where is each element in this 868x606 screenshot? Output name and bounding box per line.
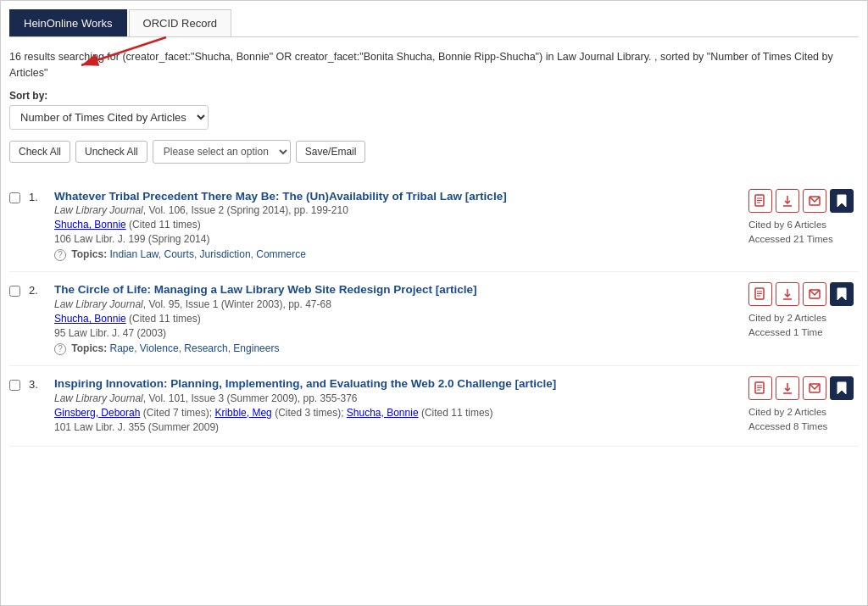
result-title-3[interactable]: Inspiring Innovation: Planning, Implemen… xyxy=(54,377,556,390)
bookmark-icon-1[interactable] xyxy=(830,189,854,213)
result-actions-3: Cited by 2 ArticlesAccessed 8 Times xyxy=(748,376,859,435)
save-email-button[interactable]: Save/Email xyxy=(296,141,366,163)
result-citation-1: 106 Law Libr. J. 199 (Spring 2014) xyxy=(54,233,740,245)
result-actions-2: Cited by 2 ArticlesAccessed 1 Time xyxy=(748,282,859,341)
topic-link-2-2[interactable]: Violence xyxy=(140,342,179,354)
email-icon-3[interactable] xyxy=(803,376,826,400)
result-checkbox-3[interactable] xyxy=(9,380,20,391)
check-all-button[interactable]: Check All xyxy=(9,141,70,163)
result-actions-1: Cited by 6 ArticlesAccessed 21 Times xyxy=(748,189,859,247)
result-author-cited-2: (Cited 11 times) xyxy=(129,313,201,325)
result-stats-3: Cited by 2 ArticlesAccessed 8 Times xyxy=(748,405,827,435)
select-option-dropdown[interactable]: Please select an option xyxy=(153,140,291,164)
topics-info-icon-1: ? xyxy=(54,249,66,261)
toolbar: Check All Uncheck All Please select an o… xyxy=(9,140,859,164)
result-content-1: Whatever Tribal Precedent There May Be: … xyxy=(54,189,740,262)
sort-label: Sort by: xyxy=(9,90,859,102)
result-number-2: 2. xyxy=(29,284,46,297)
pdf-icon-1[interactable] xyxy=(748,189,772,213)
result-author-link-1[interactable]: Shucha, Bonnie xyxy=(54,219,126,231)
result-checkbox-1[interactable] xyxy=(9,192,20,203)
topic-link-1-1[interactable]: Indian Law xyxy=(109,248,158,260)
pdf-icon-2[interactable] xyxy=(748,282,772,306)
result-author-link-3-3[interactable]: Shucha, Bonnie xyxy=(347,407,419,419)
result-item-1: 1. Whatever Tribal Precedent There May B… xyxy=(9,179,859,273)
topic-link-2-4[interactable]: Engineers xyxy=(233,342,279,354)
svg-marker-15 xyxy=(837,288,846,300)
result-citation-3: 101 Law Libr. J. 355 (Summer 2009) xyxy=(54,421,740,433)
result-item-2: 2. The Circle of Life: Managing a Law Li… xyxy=(9,272,859,366)
tabs-container: HeinOnline Works ORCID Record xyxy=(9,9,859,37)
topics-info-icon-2: ? xyxy=(54,343,66,355)
tabs-bar: HeinOnline Works ORCID Record xyxy=(9,9,859,37)
result-author-link-2[interactable]: Shucha, Bonnie xyxy=(54,313,126,325)
result-journal-1: Law Library Journal, Vol. 106, Issue 2 (… xyxy=(54,204,740,216)
download-icon-3[interactable] xyxy=(776,376,799,400)
page-wrapper: HeinOnline Works ORCID Record 16 results… xyxy=(0,0,868,606)
results-info: 16 results searching for (creator_facet:… xyxy=(9,49,859,81)
email-icon-2[interactable] xyxy=(803,282,826,306)
bookmark-icon-3[interactable] xyxy=(830,376,854,400)
result-citation-2: 95 Law Libr. J. 47 (2003) xyxy=(54,327,740,339)
topic-link-2-1[interactable]: Rape xyxy=(109,342,134,354)
download-icon-1[interactable] xyxy=(776,189,799,213)
bookmark-icon-2[interactable] xyxy=(830,282,854,306)
action-icons-2 xyxy=(748,282,854,306)
result-title-1[interactable]: Whatever Tribal Precedent There May Be: … xyxy=(54,190,507,203)
topics-label-2: Topics: xyxy=(71,342,107,354)
result-journal-3: Law Library Journal, Vol. 101, Issue 3 (… xyxy=(54,392,740,404)
result-author-1: Shucha, Bonnie (Cited 11 times) xyxy=(54,219,740,231)
uncheck-all-button[interactable]: Uncheck All xyxy=(75,141,147,163)
result-stats-2: Cited by 2 ArticlesAccessed 1 Time xyxy=(748,311,826,341)
result-item-3: 3. Inspiring Innovation: Planning, Imple… xyxy=(9,366,859,447)
result-author-link-3-2[interactable]: Kribble, Meg xyxy=(214,407,271,419)
tab-heinonline[interactable]: HeinOnline Works xyxy=(9,9,127,36)
download-icon-2[interactable] xyxy=(776,282,799,306)
topic-link-1-2[interactable]: Courts xyxy=(164,248,194,260)
result-author-cited-1: (Cited 11 times) xyxy=(129,219,201,231)
result-number-1: 1. xyxy=(29,191,46,203)
topic-link-2-3[interactable]: Research xyxy=(184,342,227,354)
result-authors-3: Ginsberg, Deborah (Cited 7 times); Kribb… xyxy=(54,407,740,419)
result-topics-2: ? Topics: Rape, Violence, Research, Engi… xyxy=(54,342,740,355)
action-icons-1 xyxy=(748,189,854,213)
topics-label-1: Topics: xyxy=(71,248,107,260)
sort-select[interactable]: Number of Times Cited by Articles Releva… xyxy=(9,105,209,130)
svg-marker-8 xyxy=(837,195,846,207)
result-title-2[interactable]: The Circle of Life: Managing a Law Libra… xyxy=(54,283,477,296)
sort-section: Sort by: Number of Times Cited by Articl… xyxy=(9,90,859,130)
topic-link-1-3[interactable]: Jurisdiction xyxy=(200,248,251,260)
tab-orcid[interactable]: ORCID Record xyxy=(129,9,231,36)
email-icon-1[interactable] xyxy=(803,189,826,213)
result-author-2: Shucha, Bonnie (Cited 11 times) xyxy=(54,313,740,325)
result-content-2: The Circle of Life: Managing a Law Libra… xyxy=(54,282,740,355)
topic-link-1-4[interactable]: Commerce xyxy=(256,248,306,260)
result-journal-2: Law Library Journal, Vol. 95, Issue 1 (W… xyxy=(54,298,740,310)
result-stats-1: Cited by 6 ArticlesAccessed 21 Times xyxy=(748,218,833,247)
pdf-icon-3[interactable] xyxy=(748,376,772,400)
svg-marker-22 xyxy=(837,382,846,394)
result-author-link-3-1[interactable]: Ginsberg, Deborah xyxy=(54,407,140,419)
result-topics-1: ? Topics: Indian Law, Courts, Jurisdicti… xyxy=(54,248,740,261)
result-content-3: Inspiring Innovation: Planning, Implemen… xyxy=(54,376,740,436)
action-icons-3 xyxy=(748,376,854,400)
result-number-3: 3. xyxy=(29,378,46,391)
result-checkbox-2[interactable] xyxy=(9,286,20,297)
